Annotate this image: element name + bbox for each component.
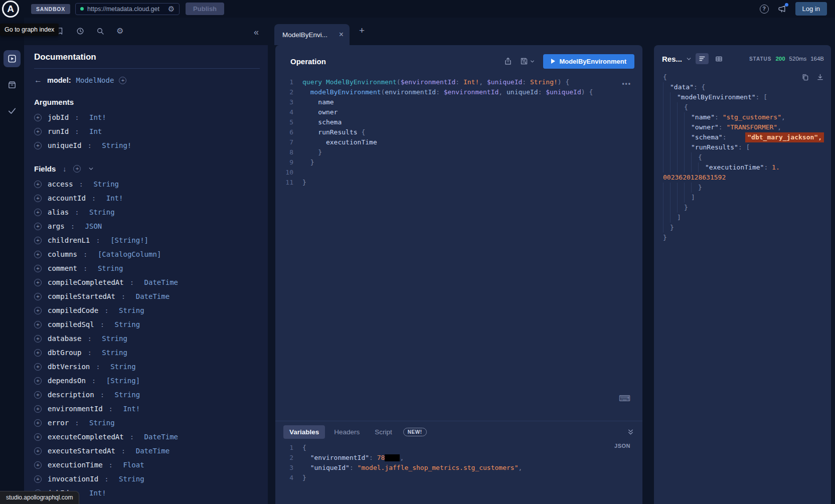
add-field-icon[interactable]: + <box>34 265 42 272</box>
help-icon[interactable]: ? <box>760 5 769 14</box>
code-line[interactable]: 3 name <box>275 97 642 107</box>
field-row[interactable]: +dbtGroup: String <box>34 346 260 360</box>
sort-icon[interactable]: ↓ <box>63 165 66 173</box>
add-field-icon[interactable]: + <box>34 363 42 371</box>
field-row[interactable]: +description: String <box>34 388 260 402</box>
code-line[interactable]: 2 modelByEnvironment(environmentId: $env… <box>275 87 642 97</box>
add-field-icon[interactable]: + <box>34 142 42 149</box>
add-field-icon[interactable]: + <box>34 349 42 357</box>
settings-gear-icon[interactable]: ⚙ <box>116 26 123 36</box>
code-line[interactable]: 4 owner <box>275 107 642 117</box>
code-line[interactable]: 2 "environmentId": 78, <box>275 453 642 463</box>
field-type-link[interactable]: [String!] <box>110 236 148 244</box>
field-type-link[interactable]: String <box>119 475 144 483</box>
field-row[interactable]: +compiledSql: String <box>34 317 260 331</box>
add-field-icon[interactable]: + <box>34 128 42 135</box>
keyboard-shortcuts-icon[interactable]: ⌨ <box>619 395 630 403</box>
field-type-link[interactable]: Int! <box>123 405 140 413</box>
run-operation-button[interactable]: ModelByEnvironment <box>543 54 634 69</box>
apollo-logo[interactable]: A <box>2 1 19 18</box>
add-field-icon[interactable]: + <box>34 391 42 399</box>
field-row[interactable]: +uniqueId: String! <box>34 138 260 152</box>
field-row[interactable]: +dbtVersion: String <box>34 360 260 374</box>
endpoint-input[interactable]: https://metadata.cloud.get ⚙ <box>75 3 180 15</box>
code-line[interactable]: 8 } <box>275 147 642 157</box>
tab-variables[interactable]: Variables <box>283 425 325 439</box>
field-row[interactable]: +runId: Int <box>34 124 260 138</box>
field-row[interactable]: +executionTime: Float <box>34 458 260 472</box>
field-type-link[interactable]: DateTime <box>136 447 170 455</box>
collapse-variables-icon[interactable] <box>627 428 634 436</box>
type-name-link[interactable]: ModelNode <box>76 76 114 84</box>
copy-icon[interactable] <box>801 73 809 81</box>
operation-editor[interactable]: 1query ModelByEnvironment($environmentId… <box>275 77 642 421</box>
close-tab-icon[interactable]: × <box>339 31 344 39</box>
field-row[interactable]: +compiledCode: String <box>34 303 260 317</box>
add-field-icon[interactable]: + <box>34 405 42 413</box>
editor-menu-icon[interactable]: ••• <box>622 80 631 87</box>
add-field-icon[interactable]: + <box>34 433 42 441</box>
tab-script[interactable]: Script <box>369 425 398 439</box>
chevron-down-icon[interactable] <box>88 165 94 172</box>
field-row[interactable]: +access: String <box>34 177 260 191</box>
add-field-icon[interactable]: + <box>34 377 42 385</box>
login-button[interactable]: Log in <box>795 2 827 16</box>
add-field-icon[interactable]: + <box>34 475 42 483</box>
field-type-link[interactable]: DateTime <box>136 292 170 300</box>
tree-view-icon[interactable] <box>696 53 709 64</box>
add-field-icon[interactable]: + <box>34 181 42 188</box>
code-line[interactable]: 6 runResults { <box>275 127 642 137</box>
field-row[interactable]: +compileStartedAt: DateTime <box>34 289 260 303</box>
endpoint-settings-icon[interactable]: ⚙ <box>168 5 175 13</box>
field-row[interactable]: +alias: String <box>34 205 260 219</box>
field-type-link[interactable]: String <box>115 320 140 328</box>
new-tab-button[interactable]: + <box>359 26 365 35</box>
field-type-link[interactable]: DateTime <box>144 278 178 286</box>
field-type-link[interactable]: String <box>89 419 115 427</box>
tab-headers[interactable]: Headers <box>328 425 366 439</box>
rail-schema-item[interactable] <box>4 76 21 93</box>
field-row[interactable]: +database: String <box>34 331 260 346</box>
share-icon[interactable] <box>504 57 512 65</box>
field-row[interactable]: +executeCompletedAt: DateTime <box>34 430 260 444</box>
add-field-icon[interactable]: + <box>34 307 42 314</box>
field-type-link[interactable]: String <box>115 391 140 399</box>
field-row[interactable]: +childrenL1: [String!] <box>34 233 260 247</box>
variables-editor[interactable]: 1{2 "environmentId": 78,3 "uniqueId": "m… <box>275 443 642 483</box>
endpoint-url[interactable]: https://metadata.cloud.get <box>87 6 164 13</box>
code-line[interactable]: 3 "uniqueId": "model.jaffle_shop_metrics… <box>275 463 642 473</box>
code-line[interactable]: 5 schema <box>275 117 642 127</box>
add-field-icon[interactable]: + <box>34 321 42 328</box>
add-field-icon[interactable]: + <box>34 293 42 300</box>
field-type-link[interactable]: String <box>89 208 115 216</box>
field-type-link[interactable]: String! <box>102 141 131 149</box>
field-row[interactable]: +error: String <box>34 416 260 430</box>
field-type-link[interactable]: String <box>110 363 136 371</box>
add-field-icon[interactable]: + <box>34 447 42 455</box>
operation-tab[interactable]: ModelByEnvi... × <box>274 24 350 45</box>
code-line[interactable]: 1query ModelByEnvironment($environmentId… <box>275 77 642 87</box>
search-icon[interactable] <box>96 27 104 35</box>
field-row[interactable]: +compileCompletedAt: DateTime <box>34 275 260 289</box>
table-view-icon[interactable] <box>712 53 725 64</box>
field-type-link[interactable]: Float <box>123 461 144 469</box>
field-row[interactable]: +jobId: Int! <box>34 110 260 124</box>
code-line[interactable]: 7 executionTime <box>275 137 642 147</box>
field-type-link[interactable]: [CatalogColumn] <box>98 250 161 258</box>
add-field-icon[interactable]: + <box>34 279 42 286</box>
add-field-icon[interactable]: + <box>34 114 42 121</box>
add-field-icon[interactable]: + <box>34 223 42 230</box>
collapse-panel-icon[interactable]: « <box>254 28 259 37</box>
field-type-link[interactable]: String <box>93 180 119 188</box>
field-row[interactable]: +invocationId: String <box>34 472 260 486</box>
code-line[interactable]: 10 <box>275 167 642 178</box>
field-row[interactable]: +args: JSON <box>34 219 260 233</box>
field-row[interactable]: +comment: String <box>34 261 260 275</box>
add-field-icon[interactable]: + <box>34 237 42 244</box>
save-icon[interactable] <box>520 57 535 65</box>
field-type-link[interactable]: String <box>102 349 127 357</box>
response-dropdown-icon[interactable] <box>686 56 692 62</box>
rail-checklist-item[interactable] <box>4 102 21 119</box>
field-row[interactable]: +environmentId: Int! <box>34 402 260 416</box>
add-field-icon[interactable]: + <box>34 335 42 343</box>
